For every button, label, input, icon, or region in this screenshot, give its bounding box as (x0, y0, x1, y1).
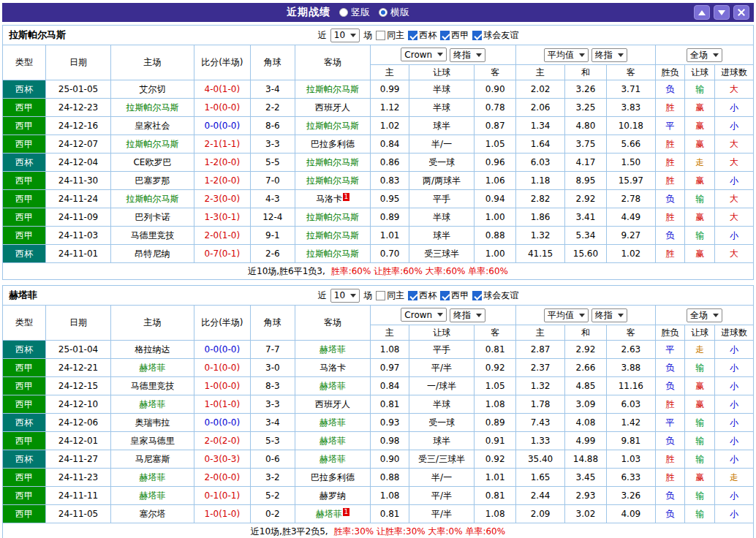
cell-score: 0-0(0-0) (194, 117, 250, 135)
match-count-select[interactable]: 10 (330, 289, 360, 303)
move-up-button[interactable] (694, 5, 710, 20)
vertical-layout-label: 竖版 (351, 6, 370, 19)
league-checkbox[interactable]: 西甲 (440, 29, 469, 42)
average-select[interactable]: 平均值 (544, 48, 589, 62)
cup-checkbox[interactable]: 西杯 (408, 29, 436, 42)
cell-avg-draw: 8.95 (565, 172, 607, 190)
match-count-value: 10 (334, 290, 345, 300)
league-label: 西甲 (451, 289, 469, 302)
scope-select[interactable]: 全场 (687, 48, 722, 62)
league-label: 西甲 (451, 29, 469, 42)
cell-avg-away: 1.03 (606, 450, 655, 469)
match-count-value: 10 (334, 30, 345, 40)
cell-goals-result: 小 (714, 172, 753, 190)
close-button[interactable] (733, 5, 749, 20)
match-row: 西甲24-11-23赫塔菲2-0(0-0)3-2巴拉多利德0.88半/一1.01… (3, 469, 754, 487)
bookmaker-select[interactable]: Crown (401, 48, 447, 61)
cell-date: 24-11-30 (45, 172, 110, 190)
cell-avg-draw: 2.93 (565, 487, 607, 505)
cell-odds-away: 0.89 (475, 414, 516, 432)
cell-away-team: 赫罗纳 (295, 487, 370, 505)
chevron-down-icon (476, 53, 482, 57)
cell-home-team: 马德里竞技 (111, 227, 194, 245)
cell-corner: 3-2 (250, 469, 295, 487)
cell-avg-draw: 3.41 (565, 208, 607, 227)
near-label: 近 (318, 289, 327, 302)
col-result: 胜负 (655, 65, 685, 80)
cell-odds-handicap: 平/半 (409, 505, 474, 523)
cell-odds-home: 0.90 (371, 450, 409, 469)
cell-handicap-result: 输 (685, 450, 715, 469)
avg-stage-value: 终指 (595, 49, 613, 61)
col-corner: 角球 (250, 306, 295, 341)
cell-corner: 0-2 (250, 505, 295, 523)
avg-stage-select[interactable]: 终指 (591, 48, 627, 62)
col-avg-draw: 和 (565, 65, 607, 80)
cell-corner: 3-3 (250, 395, 295, 414)
cell-date: 24-11-01 (45, 245, 110, 263)
match-row: 西甲24-12-23拉斯帕尔马斯1-0(0-0)2-2西班牙人1.12半球0.7… (3, 99, 754, 117)
match-count-select[interactable]: 10 (330, 29, 360, 42)
col-avg-home: 主 (516, 325, 565, 341)
avg-stage-select[interactable]: 终指 (591, 308, 627, 322)
cell-corner: 4-3 (250, 190, 295, 208)
cell-odds-handicap: 受一球 (409, 414, 474, 432)
scope-select[interactable]: 全场 (687, 308, 722, 322)
cell-avg-away: 3.83 (606, 99, 655, 117)
cell-date: 24-12-16 (45, 117, 110, 135)
cell-date: 24-12-07 (45, 135, 110, 154)
friendly-checkbox[interactable]: 球会友谊 (472, 29, 518, 42)
cell-avg-draw: 15.60 (565, 245, 607, 263)
odds-stage-select[interactable]: 终指 (450, 308, 485, 322)
cell-score: 1-2(0-0) (194, 172, 250, 190)
col-odds-away: 客 (475, 65, 516, 80)
cell-score: 0-3(0-3) (194, 450, 250, 469)
league-checkbox[interactable]: 西甲 (440, 289, 469, 302)
cell-away-team: 巴拉多利德 (295, 135, 370, 154)
cell-avg-away: 9.81 (606, 432, 655, 450)
cell-type: 西杯 (3, 450, 46, 469)
cell-goals-result: 小 (714, 227, 753, 245)
col-avg-home: 主 (516, 65, 565, 80)
cell-away-team: 拉斯帕尔马斯 (295, 245, 370, 263)
vertical-layout-radio[interactable]: 竖版 (339, 6, 370, 19)
cell-date: 24-11-27 (45, 450, 110, 469)
cell-score: 1-0(0-0) (194, 99, 250, 117)
cell-corner: 5-2 (250, 487, 295, 505)
cell-corner: 8-3 (250, 377, 295, 395)
average-select[interactable]: 平均值 (544, 308, 589, 322)
horizontal-layout-radio[interactable]: 横版 (379, 6, 409, 19)
cell-score: 1-3(0-1) (194, 208, 250, 227)
cell-odds-handicap: 半球 (409, 208, 474, 227)
odds-stage-select[interactable]: 终指 (450, 48, 485, 62)
match-row: 西杯24-11-01昂特尼纳0-7(0-1)2-6拉斯帕尔马斯0.70受三球半1… (3, 245, 754, 263)
bookmaker-select[interactable]: Crown (401, 308, 447, 322)
cell-avg-away: 4.49 (606, 208, 655, 227)
cell-date: 24-12-10 (45, 395, 110, 414)
friendly-label: 球会友谊 (483, 29, 518, 42)
col-home: 主场 (111, 45, 194, 80)
cell-home-team: 皇家社会 (111, 117, 194, 135)
cell-corner: 9-1 (250, 227, 295, 245)
cell-handicap-result: 输 (685, 359, 715, 377)
cell-corner: 3-0 (250, 359, 295, 377)
col-score: 比分(半场) (194, 306, 250, 341)
friendly-checkbox[interactable]: 球会友谊 (472, 289, 518, 302)
move-down-button[interactable] (714, 5, 730, 20)
cell-date: 25-01-04 (45, 341, 110, 359)
cell-type: 西杯 (3, 245, 46, 263)
titlebar-buttons (694, 5, 754, 20)
unit-label: 场 (363, 289, 372, 302)
cell-avg-away: 6.33 (606, 469, 655, 487)
cell-score: 2-0(1-0) (194, 227, 250, 245)
cell-avg-draw: 2.92 (565, 341, 607, 359)
same-home-checkbox[interactable]: 同主 (376, 289, 404, 302)
same-home-checkbox[interactable]: 同主 (376, 29, 404, 42)
cup-checkbox[interactable]: 西杯 (408, 289, 436, 302)
cell-odds-away: 1.01 (475, 469, 516, 487)
cell-result: 胜 (655, 208, 685, 227)
checkbox-checked-icon (472, 291, 482, 300)
cell-home-team: 拉斯帕尔马斯 (111, 135, 194, 154)
cell-away-team: 拉斯帕尔马斯 (295, 227, 370, 245)
bookmaker-value: Crown (404, 50, 432, 60)
